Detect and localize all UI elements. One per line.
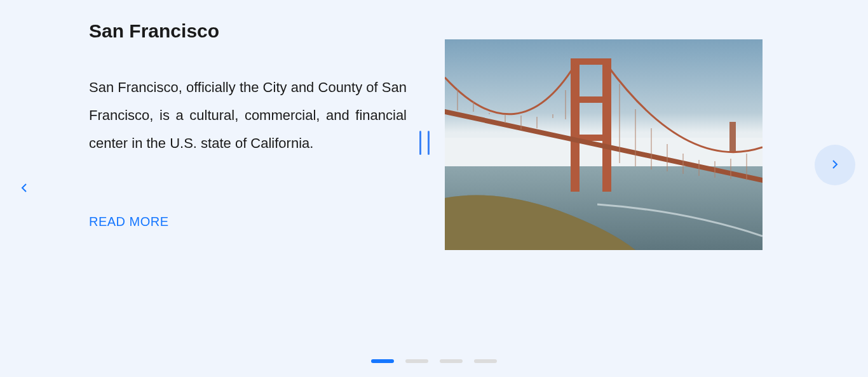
indicator-dot-1[interactable] — [371, 359, 394, 363]
slide-image-section — [445, 20, 763, 250]
chevron-right-icon — [830, 159, 840, 171]
slide: San Francisco San Francisco, officially … — [0, 0, 868, 250]
svg-rect-6 — [571, 58, 611, 65]
pause-bar — [419, 131, 421, 155]
svg-rect-3 — [729, 122, 736, 152]
svg-rect-4 — [571, 58, 580, 192]
svg-rect-7 — [571, 96, 611, 103]
indicator-dot-4[interactable] — [474, 359, 497, 363]
carousel-indicators — [371, 359, 497, 363]
slide-description: San Francisco, officially the City and C… — [89, 74, 407, 157]
previous-button[interactable] — [4, 168, 44, 209]
slide-text-section: San Francisco San Francisco, officially … — [89, 20, 407, 229]
indicator-dot-2[interactable] — [405, 359, 428, 363]
pause-icon[interactable] — [419, 131, 430, 155]
slide-title: San Francisco — [89, 20, 407, 42]
slide-image — [445, 39, 763, 250]
carousel: San Francisco San Francisco, officially … — [0, 0, 868, 377]
next-button[interactable] — [815, 145, 855, 185]
pause-bar — [428, 131, 430, 155]
read-more-link[interactable]: READ MORE — [89, 215, 169, 228]
svg-rect-5 — [602, 58, 611, 192]
chevron-left-icon — [19, 183, 29, 195]
indicator-dot-3[interactable] — [440, 359, 463, 363]
